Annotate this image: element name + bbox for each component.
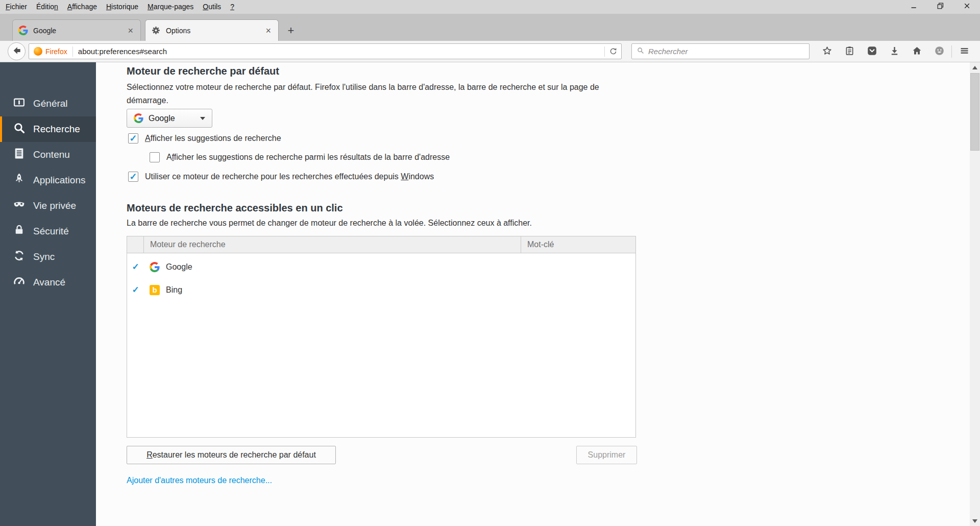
add-engines-link[interactable]: Ajouter d'autres moteurs de recherche... [127, 476, 272, 485]
firefox-icon [34, 47, 42, 56]
menu-fichier[interactable]: Fichier [1, 0, 32, 14]
sidebar-item-advanced[interactable]: Avancé [0, 270, 96, 295]
bookmarks-menu-button[interactable] [838, 41, 861, 62]
show-suggestions-in-urlbar-row: Afficher les suggestions de recherche pa… [150, 152, 450, 162]
section-title-oneclick-engines: Moteurs de recherche accessibles en un c… [127, 202, 343, 214]
check-icon: ✓ [129, 172, 137, 181]
column-keyword: Mot-clé [521, 236, 635, 253]
url-input[interactable] [73, 47, 604, 56]
preferences-content: Moteur de recherche par défaut Sélection… [96, 62, 970, 526]
chevron-down-icon [200, 117, 205, 120]
search-input[interactable] [648, 47, 804, 56]
reload-button[interactable] [605, 44, 621, 59]
tab-options[interactable]: Options× [145, 19, 279, 41]
privacy-icon [13, 198, 26, 213]
new-tab-button[interactable]: + [282, 23, 300, 38]
tab-close-icon[interactable]: × [264, 26, 273, 35]
show-search-suggestions-checkbox[interactable]: ✓ [128, 133, 138, 144]
window-controls [900, 0, 980, 14]
preferences-sidebar: GénéralRechercheContenuApplicationsVie p… [0, 62, 96, 526]
triangle-up-icon [972, 66, 977, 69]
hamburger-icon [959, 45, 970, 58]
sidebar-item-content[interactable]: Contenu [0, 142, 96, 168]
search-icon [636, 46, 645, 57]
menu-edition[interactable]: Édition [32, 0, 63, 14]
downloads-button[interactable] [883, 41, 905, 62]
delete-engine-button[interactable]: Supprimer [576, 446, 637, 464]
sync-icon [13, 249, 26, 265]
column-checkbox [127, 236, 144, 253]
menu-list: FichierÉditionAffichageHistoriqueMarque-… [0, 0, 980, 14]
bing-icon: b [150, 285, 160, 295]
sidebar-item-sync[interactable]: Sync [0, 244, 96, 270]
minimize-button[interactable] [900, 0, 927, 14]
firefox-window: FichierÉditionAffichageHistoriqueMarque-… [0, 0, 980, 526]
menu-bar: FichierÉditionAffichageHistoriqueMarque-… [0, 0, 980, 14]
show-search-suggestions-row: ✓Afficher les suggestions de recherche [128, 133, 281, 144]
show-suggestions-in-urlbar-checkbox[interactable] [150, 152, 160, 162]
scroll-up-button[interactable] [970, 62, 980, 73]
hello-button[interactable] [928, 41, 950, 62]
tab-google[interactable]: Google× [12, 19, 141, 41]
identity-badge[interactable]: Firefox [29, 44, 72, 59]
section-description-2: La barre de recherche vous permet de cha… [127, 219, 637, 228]
engine-row-google[interactable]: ✓Google [127, 255, 635, 278]
closewin-icon [963, 2, 971, 12]
sidebar-item-applications[interactable]: Applications [0, 168, 96, 193]
tab-close-icon[interactable]: × [126, 26, 135, 35]
engine-row-bing[interactable]: ✓bBing [127, 278, 635, 301]
search-engines-table: Moteur de recherche Mot-clé ✓Google✓bBin… [127, 236, 636, 438]
back-arrow-icon [12, 45, 22, 58]
pocket-button[interactable] [861, 41, 883, 62]
menu-marque-pages[interactable]: Marque-pages [143, 0, 198, 14]
home-icon [912, 45, 922, 58]
pocket-icon [867, 45, 877, 58]
url-bar[interactable]: Firefox [29, 43, 622, 59]
clipboard-icon [844, 45, 855, 58]
default-engine-select[interactable]: Google [127, 109, 212, 128]
check-icon: ✓ [129, 134, 137, 143]
use-engine-for-windows-search-row: ✓Utiliser ce moteur de recherche pour le… [128, 172, 434, 182]
close-button[interactable] [953, 0, 980, 14]
minimize-icon [910, 2, 918, 12]
scroll-down-button[interactable] [970, 516, 980, 526]
sidebar-item-privacy[interactable]: Vie privée [0, 193, 96, 219]
home-button[interactable] [905, 41, 928, 62]
restore-button[interactable] [927, 0, 953, 14]
scrollbar-thumb[interactable] [970, 73, 979, 151]
sidebar-item-search[interactable]: Recherche [0, 116, 96, 142]
identity-label: Firefox [45, 47, 67, 56]
download-icon [889, 45, 900, 58]
vertical-scrollbar[interactable] [970, 62, 980, 526]
sidebar-item-general[interactable]: Général [0, 91, 96, 116]
google-favicon [18, 26, 28, 35]
triangle-down-icon [972, 519, 977, 523]
menu-aide[interactable]: ? [226, 0, 239, 14]
restore-defaults-button[interactable]: Restaurer les moteurs de recherche par d… [127, 446, 336, 464]
bookmark-star-button[interactable] [816, 41, 838, 62]
column-engine-name: Moteur de recherche [144, 240, 521, 249]
engine-enabled-check-icon[interactable]: ✓ [127, 284, 144, 295]
advanced-icon [13, 275, 26, 290]
back-button[interactable] [8, 42, 26, 60]
restore-icon [936, 2, 945, 12]
security-icon [13, 224, 26, 239]
section-title-default-engine: Moteur de recherche par défaut [127, 65, 279, 77]
default-engine-value: Google [149, 114, 175, 123]
engine-enabled-check-icon[interactable]: ✓ [127, 261, 144, 272]
menu-affichage[interactable]: Affichage [63, 0, 102, 14]
content-icon [13, 147, 26, 162]
general-icon [13, 96, 26, 111]
menu-outils[interactable]: Outils [198, 0, 226, 14]
sidebar-item-security[interactable]: Sécurité [0, 219, 96, 244]
tab-bar: Google×Options× + [0, 14, 980, 41]
smiley-icon [934, 45, 945, 58]
section-description: Sélectionnez votre moteur de recherche p… [127, 81, 629, 107]
search-icon [13, 122, 26, 137]
search-bar[interactable] [631, 43, 810, 59]
menu-historique[interactable]: Historique [102, 0, 143, 14]
table-header: Moteur de recherche Mot-clé [127, 236, 635, 253]
menu-button[interactable] [953, 41, 975, 62]
google-icon [150, 262, 160, 272]
use-engine-for-windows-search-checkbox[interactable]: ✓ [128, 172, 138, 182]
